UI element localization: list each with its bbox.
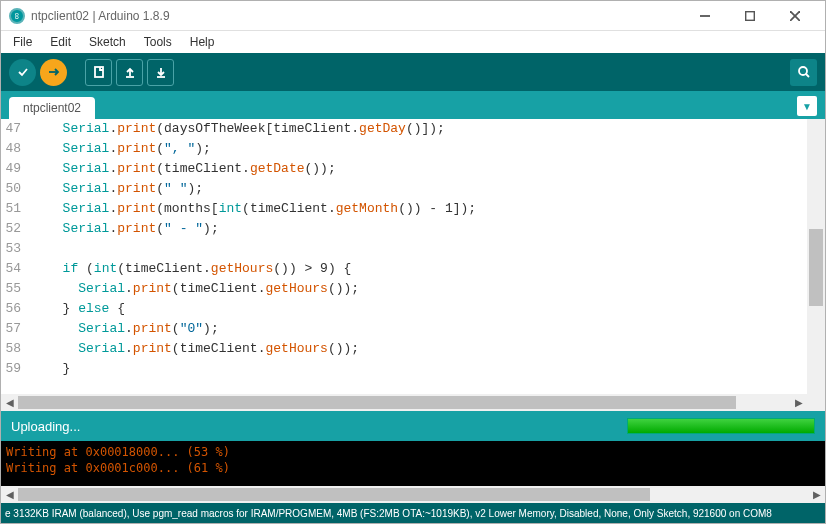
close-button[interactable] <box>772 2 817 30</box>
code-line[interactable]: 48 Serial.print(", "); <box>1 139 807 159</box>
menu-help[interactable]: Help <box>186 33 219 51</box>
code-content[interactable]: Serial.print(months[int(timeClient.getMo… <box>31 199 807 219</box>
tabbar: ntpclient02 ▼ <box>1 91 825 119</box>
scroll-left-icon[interactable]: ◀ <box>1 486 18 503</box>
line-number: 49 <box>1 159 31 179</box>
svg-line-11 <box>806 74 809 77</box>
footer-bar: e 3132KB IRAM (balanced), Use pgm_read m… <box>1 503 825 523</box>
code-line[interactable]: 51 Serial.print(months[int(timeClient.ge… <box>1 199 807 219</box>
line-number: 51 <box>1 199 31 219</box>
menu-tools[interactable]: Tools <box>140 33 176 51</box>
line-number: 54 <box>1 259 31 279</box>
serial-monitor-button[interactable] <box>790 59 817 86</box>
line-number: 48 <box>1 139 31 159</box>
console-line: Writing at 0x00018000... (53 %) <box>6 444 820 460</box>
code-content[interactable]: Serial.print("0"); <box>31 319 807 339</box>
code-line[interactable]: 49 Serial.print(timeClient.getDate()); <box>1 159 807 179</box>
svg-rect-1 <box>745 11 754 20</box>
code-content[interactable]: Serial.print(" "); <box>31 179 807 199</box>
line-number: 53 <box>1 239 31 259</box>
code-content[interactable]: } else { <box>31 299 807 319</box>
code-line[interactable]: 52 Serial.print(" - "); <box>1 219 807 239</box>
code-content[interactable] <box>31 239 807 259</box>
menubar: File Edit Sketch Tools Help <box>1 31 825 53</box>
menu-sketch[interactable]: Sketch <box>85 33 130 51</box>
line-number: 47 <box>1 119 31 139</box>
menu-edit[interactable]: Edit <box>46 33 75 51</box>
code-line[interactable]: 56 } else { <box>1 299 807 319</box>
console-horizontal-scrollbar[interactable]: ◀ ▶ <box>1 486 825 503</box>
code-line[interactable]: 55 Serial.print(timeClient.getHours()); <box>1 279 807 299</box>
titlebar: ntpclient02 | Arduino 1.8.9 <box>1 1 825 31</box>
tab-dropdown-button[interactable]: ▼ <box>797 96 817 116</box>
code-line[interactable]: 50 Serial.print(" "); <box>1 179 807 199</box>
status-bar: Uploading... <box>1 411 825 441</box>
status-text: Uploading... <box>11 419 627 434</box>
menu-file[interactable]: File <box>9 33 36 51</box>
upload-button[interactable] <box>40 59 67 86</box>
code-line[interactable]: 59 } <box>1 359 807 379</box>
line-number: 57 <box>1 319 31 339</box>
scroll-right-icon[interactable]: ▶ <box>808 486 825 503</box>
upload-progress <box>627 418 815 434</box>
tab-sketch[interactable]: ntpclient02 <box>9 97 95 119</box>
line-number: 58 <box>1 339 31 359</box>
console-output[interactable]: Writing at 0x00018000... (53 %)Writing a… <box>1 441 825 486</box>
scroll-left-icon[interactable]: ◀ <box>1 394 18 411</box>
code-content[interactable]: Serial.print(timeClient.getHours()); <box>31 279 807 299</box>
code-content[interactable]: Serial.print(" - "); <box>31 219 807 239</box>
line-number: 59 <box>1 359 31 379</box>
maximize-button[interactable] <box>727 2 772 30</box>
code-content[interactable]: Serial.print(", "); <box>31 139 807 159</box>
save-sketch-button[interactable] <box>147 59 174 86</box>
window-title: ntpclient02 | Arduino 1.8.9 <box>31 9 682 23</box>
code-line[interactable]: 53 <box>1 239 807 259</box>
board-info: e 3132KB IRAM (balanced), Use pgm_read m… <box>5 508 821 519</box>
code-content[interactable]: Serial.print(timeClient.getHours()); <box>31 339 807 359</box>
line-number: 50 <box>1 179 31 199</box>
editor-area: 47 Serial.print(daysOfTheWeek[timeClient… <box>1 119 825 394</box>
new-sketch-button[interactable] <box>85 59 112 86</box>
code-line[interactable]: 54 if (int(timeClient.getHours()) > 9) { <box>1 259 807 279</box>
code-line[interactable]: 57 Serial.print("0"); <box>1 319 807 339</box>
code-content[interactable]: Serial.print(timeClient.getDate()); <box>31 159 807 179</box>
open-sketch-button[interactable] <box>116 59 143 86</box>
code-editor[interactable]: 47 Serial.print(daysOfTheWeek[timeClient… <box>1 119 807 394</box>
svg-point-10 <box>799 67 807 75</box>
line-number: 55 <box>1 279 31 299</box>
code-content[interactable]: } <box>31 359 807 379</box>
code-content[interactable]: Serial.print(daysOfTheWeek[timeClient.ge… <box>31 119 807 139</box>
editor-vertical-scrollbar[interactable] <box>807 119 825 394</box>
minimize-button[interactable] <box>682 2 727 30</box>
line-number: 56 <box>1 299 31 319</box>
console-line: Writing at 0x0001c000... (61 %) <box>6 460 820 476</box>
verify-button[interactable] <box>9 59 36 86</box>
line-number: 52 <box>1 219 31 239</box>
editor-horizontal-scrollbar[interactable]: ◀ ▶ <box>1 394 825 411</box>
code-line[interactable]: 47 Serial.print(daysOfTheWeek[timeClient… <box>1 119 807 139</box>
app-icon <box>9 8 25 24</box>
code-content[interactable]: if (int(timeClient.getHours()) > 9) { <box>31 259 807 279</box>
toolbar <box>1 53 825 91</box>
scroll-right-icon[interactable]: ▶ <box>790 394 807 411</box>
svg-rect-5 <box>95 67 103 77</box>
code-line[interactable]: 58 Serial.print(timeClient.getHours()); <box>1 339 807 359</box>
